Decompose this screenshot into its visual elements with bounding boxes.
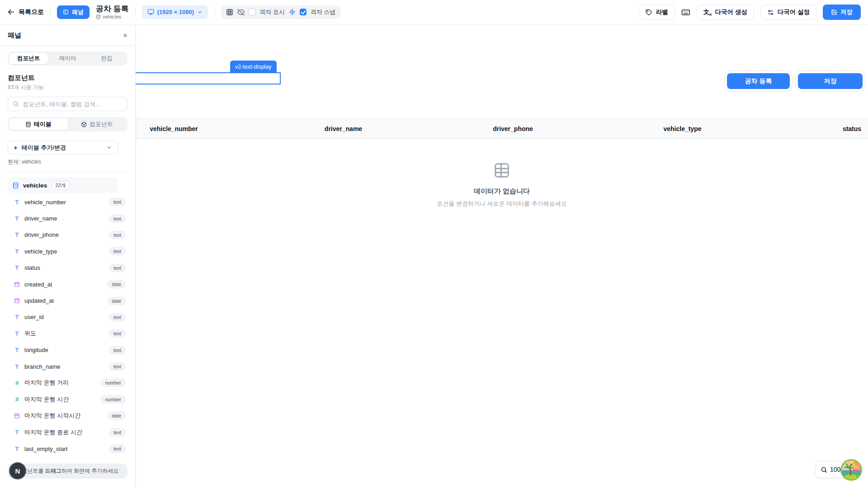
panel-tabs: 컴포넌트 레이어 편집 (8, 52, 127, 66)
search-input[interactable] (23, 101, 123, 108)
add-change-table-label: 테이블 추가/변경 (22, 144, 66, 152)
avatar[interactable]: N (9, 462, 26, 479)
field-name: 마지막 운행 시작시간 (24, 412, 80, 420)
i18n-generate-button[interactable]: 文A 다국어 생성 (697, 5, 754, 20)
panel-toggle-button[interactable]: 패널 (57, 5, 90, 19)
panel-left-icon (63, 9, 69, 15)
close-icon[interactable]: × (123, 32, 127, 39)
field-name: 마지막 운행 종료 시간 (24, 428, 82, 436)
field-row[interactable]: T # 마지막 운행 시작시간 date (8, 408, 127, 424)
field-row[interactable]: T # created_at date (8, 276, 127, 292)
mode-tabs: 테이블 컴포넌트 (8, 117, 127, 131)
component-search[interactable] (8, 97, 127, 111)
field-row[interactable]: T # longitude text (8, 342, 127, 358)
divider (8, 171, 127, 172)
panel-toggle-label: 패널 (72, 8, 84, 16)
screen-size-dropdown[interactable]: (868 × 488) (142, 5, 208, 19)
tab-edit[interactable]: 편집 (87, 53, 126, 64)
field-name: longitude (24, 347, 48, 353)
field-row[interactable]: T # driver_name text (8, 210, 127, 226)
mode-tab-tables-label: 테이블 (34, 120, 52, 128)
table-name: vehicles (23, 182, 47, 189)
field-row[interactable]: T # driver_phone text (8, 227, 127, 243)
grid-snap-label: 격자 스냅 (311, 8, 336, 16)
i18n-settings-button[interactable]: 다국어 설정 (760, 5, 816, 20)
page-title: 공차 등록 (96, 5, 129, 14)
save-icon (831, 9, 837, 15)
label-button[interactable]: 라벨 (639, 5, 675, 20)
selected-text-display-component[interactable] (126, 72, 281, 84)
field-type-badge: text (109, 428, 126, 436)
arrow-left-icon (7, 8, 15, 16)
save-button[interactable]: 저장 (823, 5, 861, 20)
table-column-header[interactable]: vehicle_type (598, 119, 767, 138)
field-type-badge: text (109, 329, 126, 338)
date-type-icon (14, 413, 20, 419)
back-to-list-button[interactable]: 목록으로 (7, 8, 44, 16)
grid-icon[interactable] (226, 9, 233, 16)
field-row[interactable]: T # 마지막 운행 거리 number (8, 375, 127, 391)
table-column-header[interactable]: driver_phone (428, 119, 598, 138)
field-row[interactable]: T # branch_name text (8, 358, 127, 375)
grid-show-checkbox[interactable] (249, 9, 255, 15)
magnifier-icon (821, 466, 827, 473)
date-type-icon (14, 298, 20, 304)
field-row[interactable]: T # 위도 text (8, 325, 127, 342)
table-vehicles[interactable]: vehicles 22개 (8, 178, 118, 193)
chevron-down-icon (106, 145, 112, 150)
database-icon (12, 182, 19, 189)
add-change-table-button[interactable]: + 테이블 추가/변경 (8, 141, 118, 155)
text-type-icon: T (14, 231, 20, 238)
text-type-icon: T (14, 215, 20, 222)
eye-off-icon[interactable] (237, 9, 245, 16)
text-type-icon: T (14, 330, 20, 337)
mode-tab-tables[interactable]: 테이블 (9, 118, 68, 130)
database-icon (25, 122, 31, 127)
data-table-header: vehicle_number driver_name driver_phone … (89, 118, 868, 139)
field-type-badge: text (109, 445, 126, 453)
field-row[interactable]: T # vehicle_number text (8, 194, 127, 210)
lightning-icon[interactable] (289, 9, 296, 15)
table-column-header[interactable]: driver_name (259, 119, 428, 138)
record-count-badge: 22개 (51, 181, 70, 190)
field-type-badge: text (109, 247, 126, 255)
i18n-generate-label: 다국어 생성 (715, 8, 747, 16)
field-row[interactable]: T # status text (8, 260, 127, 276)
canvas-save-button[interactable]: 저장 (798, 73, 863, 89)
mode-tab-components[interactable]: 컴포넌트 (68, 118, 127, 130)
field-row[interactable]: T # 마지막 운행 시간 number (8, 391, 127, 408)
field-row[interactable]: T # vehicle_type text (8, 243, 127, 259)
screen-size-value: (868 × 488) (157, 9, 194, 15)
package-icon (81, 122, 87, 127)
grid-show-label: 격자 표시 (259, 8, 285, 16)
field-name: driver_name (24, 215, 57, 222)
text-type-icon: T (14, 248, 20, 255)
field-row[interactable]: T # user_id text (8, 309, 127, 325)
empty-state: 데이터가 없습니다 조건을 변경하거나 새로운 데이터를 추가해보세요 (136, 162, 868, 208)
empty-state-title: 데이터가 없습니다 (136, 187, 868, 196)
label-button-text: 라벨 (656, 8, 668, 16)
field-type-badge: number (100, 395, 126, 404)
tab-components[interactable]: 컴포넌트 (9, 53, 48, 64)
field-list: T # vehicle_number text T # driver_name … (8, 194, 127, 457)
field-name: driver_phone (24, 231, 59, 238)
field-type-badge: text (109, 215, 126, 223)
field-type-badge: number (100, 379, 126, 387)
keyboard-shortcuts-icon[interactable] (681, 8, 690, 17)
canvas-register-button[interactable]: 공차 등록 (727, 73, 790, 89)
drag-hint-bold: 드래그 (45, 468, 61, 474)
island-sticker[interactable] (840, 459, 863, 481)
text-type-icon: T (14, 347, 20, 353)
monitor-icon (147, 9, 154, 15)
field-name: user_id (24, 314, 44, 320)
tag-icon (646, 9, 652, 16)
divider (214, 6, 215, 18)
tab-layers[interactable]: 레이어 (48, 53, 87, 64)
table-column-header[interactable]: status (767, 119, 868, 138)
divider (50, 6, 51, 18)
table-icon (493, 162, 510, 179)
grid-snap-checkbox[interactable] (300, 9, 307, 15)
field-row[interactable]: T # updated_at date (8, 292, 127, 309)
field-row[interactable]: T # last_empty_start text (8, 441, 127, 457)
field-row[interactable]: T # 마지막 운행 종료 시간 text (8, 424, 127, 440)
